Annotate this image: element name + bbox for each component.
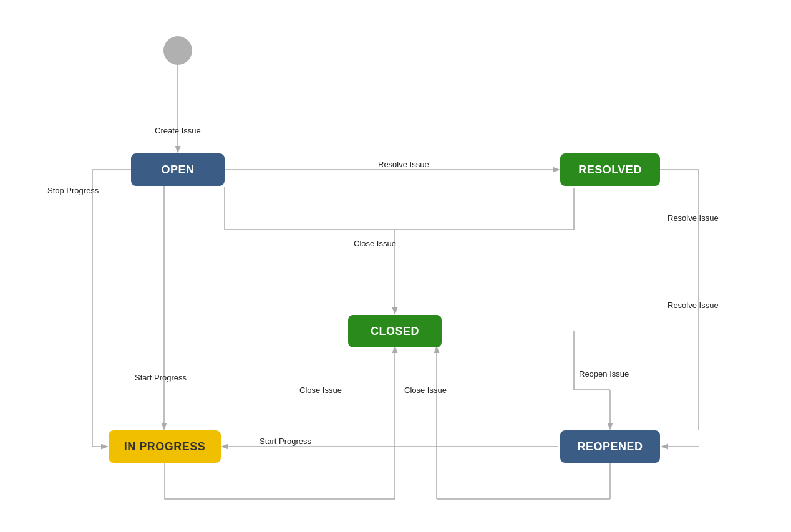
inprogress-label: IN PROGRESS [124,440,206,453]
label-start-progress: Start Progress [135,373,187,382]
label-stop-progress: Stop Progress [47,186,99,195]
label-resolve-issue-2: Resolve Issue [667,213,719,223]
label-resolve-issue-3: Resolve Issue [667,301,719,310]
reopened-label: REOPENED [577,440,643,453]
label-start-progress-2: Start Progress [260,437,311,446]
label-close-issue-3: Close Issue [404,385,447,395]
node-resolved: RESOLVED [560,153,660,186]
label-close-issue-main: Close Issue [354,239,396,248]
label-resolve-issue-1: Resolve Issue [378,160,429,169]
closed-label: CLOSED [371,325,419,338]
label-reopen-issue: Reopen Issue [579,369,629,379]
node-inprogress: IN PROGRESS [109,430,221,463]
open-label: OPEN [161,163,194,177]
node-reopened: REOPENED [560,430,660,463]
diagram-container: OPEN RESOLVED CLOSED IN PROGRESS REOPENE… [0,0,791,532]
label-create-issue: Create Issue [155,126,201,135]
resolved-label: RESOLVED [578,163,642,177]
label-close-issue-2: Close Issue [299,385,342,395]
node-closed: CLOSED [348,315,442,347]
node-open: OPEN [131,153,225,186]
start-circle [163,36,192,65]
